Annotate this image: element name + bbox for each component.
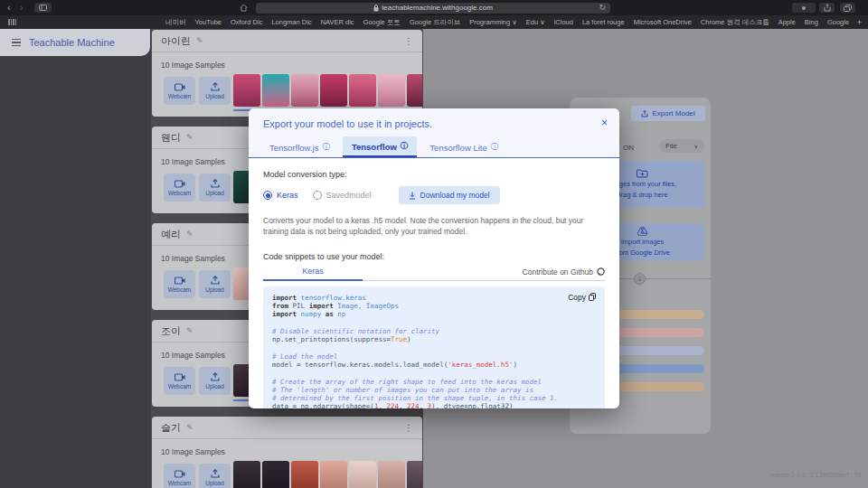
add-bookmark-button[interactable]: + (857, 18, 862, 27)
page-content: Teachable Machine 아이린✎⋮10 Image SamplesW… (0, 29, 868, 488)
export-icon (641, 110, 648, 117)
bookmark-item[interactable]: Chrome 원격 데스크톱 (701, 18, 769, 27)
info-icon[interactable]: ⓘ (401, 141, 409, 152)
sample-thumbnail[interactable] (320, 461, 347, 488)
dialog-title: Export your model to use it in projects. (249, 118, 619, 129)
info-icon[interactable]: ⓘ (322, 142, 330, 153)
sample-thumbnail[interactable] (349, 74, 376, 107)
drive-import-line1: Import images (621, 238, 665, 247)
dialog-tab-label: Tensorflow.js (269, 143, 318, 153)
input-toggle-label[interactable]: ON (623, 144, 634, 152)
bookmark-item[interactable]: Bing (805, 18, 818, 27)
bookmark-item[interactable]: La foret rouge (582, 18, 625, 27)
bookmark-item[interactable]: Longman Dic (271, 18, 311, 27)
bookmark-item[interactable]: Google (827, 18, 849, 27)
upload-button[interactable]: Upload (199, 464, 231, 488)
edit-pencil-icon[interactable]: ✎ (186, 326, 193, 335)
radio-label: Savedmodel (326, 191, 372, 200)
edit-pencil-icon[interactable]: ✎ (186, 423, 193, 432)
input-source-value: File (665, 142, 677, 150)
bookmark-item[interactable]: Google 드라이브 (410, 18, 460, 27)
edit-pencil-icon[interactable]: ✎ (186, 230, 193, 239)
sample-thumbnail[interactable] (291, 74, 318, 107)
upload-label: Upload (205, 383, 224, 389)
sample-thumbnails (233, 461, 422, 488)
bookmark-item[interactable]: Google 포토 (363, 18, 401, 27)
extension-button[interactable] (792, 3, 816, 13)
share-button[interactable] (819, 3, 835, 13)
edit-pencil-icon[interactable]: ✎ (186, 133, 193, 142)
sample-thumbnail[interactable] (378, 74, 405, 107)
lock-icon (373, 5, 379, 12)
sample-thumbnail[interactable] (291, 461, 318, 488)
bookmark-item[interactable]: Edu ∨ (526, 18, 545, 27)
upload-button[interactable]: Upload (199, 77, 231, 105)
snippet-tab-keras[interactable]: Keras (263, 267, 363, 281)
dialog-tab-tensorflow-js[interactable]: Tensorflow.jsⓘ (260, 136, 339, 157)
bookmark-item[interactable]: YouTube (195, 18, 222, 27)
webcam-icon (175, 277, 185, 285)
kebab-menu-icon[interactable]: ⋮ (404, 423, 413, 433)
class-name: 아이린 (161, 34, 191, 48)
kebab-menu-icon[interactable]: ⋮ (404, 36, 413, 46)
back-button[interactable]: ‹ (7, 2, 11, 13)
webcam-label: Webcam (168, 480, 192, 486)
extension-icon (800, 5, 807, 11)
input-source-select[interactable]: File ∨ (659, 139, 704, 153)
upload-button[interactable]: Upload (199, 270, 231, 298)
class-card: 아이린✎⋮10 Image SamplesWebcamUpload (152, 30, 422, 117)
webcam-label: Webcam (168, 93, 192, 99)
conversion-type-label: Model conversion type: (263, 170, 605, 179)
sample-thumbnail[interactable] (378, 461, 405, 488)
url-text: teachablemachine.withgoogle.com (382, 4, 493, 12)
bookmark-item[interactable]: 네이버 (165, 18, 186, 27)
webcam-button[interactable]: Webcam (164, 367, 195, 395)
code-snippet[interactable]: import tensorflow.kerasfrom PIL import I… (272, 294, 596, 408)
export-model-button[interactable]: Export Model (631, 106, 705, 121)
menu-icon[interactable] (12, 39, 21, 47)
favorites-grid-icon[interactable] (8, 19, 16, 25)
webcam-button[interactable]: Webcam (164, 464, 195, 488)
sample-thumbnail[interactable] (233, 74, 260, 107)
sample-thumbnail[interactable] (407, 74, 422, 107)
contribute-github-link[interactable]: Contribute on Github (523, 267, 605, 280)
upload-button[interactable]: Upload (199, 367, 231, 395)
radio-dot-icon (313, 191, 322, 200)
bookmark-item[interactable]: Oxford Dic (231, 18, 262, 27)
upload-button[interactable]: Upload (199, 174, 231, 202)
sample-thumbnail[interactable] (407, 461, 422, 488)
sample-thumbnail[interactable] (349, 461, 376, 488)
edit-pencil-icon[interactable]: ✎ (196, 36, 203, 45)
bookmark-item[interactable]: iCloud (554, 18, 573, 27)
url-bar[interactable]: teachablemachine.withgoogle.com ↻ (256, 3, 610, 14)
sample-thumbnail[interactable] (262, 461, 289, 488)
webcam-button[interactable]: Webcam (164, 77, 195, 105)
bookmark-item[interactable]: Apple (778, 18, 796, 27)
info-icon[interactable]: ⓘ (491, 142, 499, 153)
close-icon[interactable]: × (601, 117, 608, 129)
bookmark-item[interactable]: Microsoft OneDrive (634, 18, 692, 27)
radio-savedmodel[interactable]: Savedmodel (313, 191, 372, 200)
dialog-tab-tensorflow[interactable]: Tensorflowⓘ (343, 136, 417, 157)
contribute-github-label: Contribute on Github (523, 267, 593, 277)
sample-thumbnail[interactable] (320, 74, 347, 107)
sidebar-button[interactable] (34, 3, 52, 13)
webcam-icon (175, 470, 185, 478)
refresh-icon[interactable]: ↻ (599, 3, 606, 12)
download-model-button[interactable]: Download my model (399, 186, 500, 204)
bookmark-item[interactable]: NAVER dic (321, 18, 354, 27)
radio-keras[interactable]: Keras (263, 191, 298, 200)
sample-count-label: 10 Image Samples (161, 254, 225, 263)
forward-button[interactable]: › (20, 2, 24, 13)
sample-thumbnail[interactable] (262, 74, 289, 107)
upload-icon (211, 372, 220, 381)
copy-code-button[interactable]: Copy (568, 293, 596, 302)
webcam-button[interactable]: Webcam (164, 174, 195, 202)
webcam-button[interactable]: Webcam (164, 270, 195, 298)
sample-thumbnail[interactable] (233, 461, 260, 488)
home-icon (240, 4, 248, 12)
home-button[interactable] (236, 3, 251, 13)
tabs-button[interactable] (840, 3, 855, 13)
dialog-tab-tensorflow-lite[interactable]: Tensorflow Liteⓘ (420, 136, 507, 157)
bookmark-item[interactable]: Programming ∨ (469, 18, 517, 27)
